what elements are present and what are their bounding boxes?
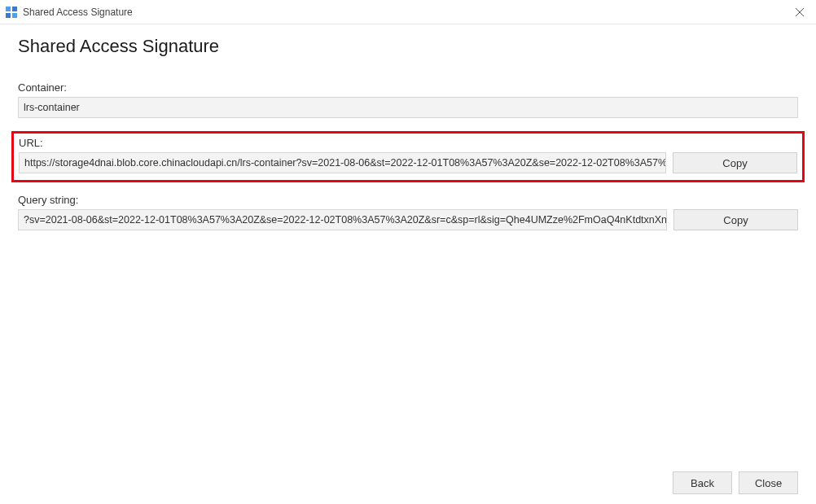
container-field-group: Container: lrs-container [18, 81, 798, 118]
close-icon [796, 8, 804, 16]
url-copy-button[interactable]: Copy [673, 152, 797, 173]
url-field-group: URL: https://storage4dnai.blob.core.chin… [19, 137, 797, 173]
back-button[interactable]: Back [673, 471, 732, 494]
query-label: Query string: [18, 194, 798, 206]
dialog-content: Shared Access Signature Container: lrs-c… [0, 24, 816, 230]
titlebar-text: Shared Access Signature [23, 7, 133, 18]
container-label: Container: [18, 81, 798, 94]
url-label: URL: [19, 137, 797, 149]
svg-rect-1 [12, 7, 17, 11]
query-field-group: Query string: ?sv=2021-08-06&st=2022-12-… [18, 194, 798, 230]
close-button[interactable]: Close [739, 471, 798, 494]
page-title: Shared Access Signature [18, 36, 798, 57]
svg-rect-3 [12, 13, 17, 18]
window-close-button[interactable] [783, 0, 816, 24]
svg-rect-2 [6, 13, 11, 18]
url-highlight-box: URL: https://storage4dnai.blob.core.chin… [11, 131, 805, 182]
titlebar: Shared Access Signature [0, 0, 816, 24]
query-copy-button[interactable]: Copy [673, 209, 798, 230]
dialog-footer: Back Close [673, 471, 798, 494]
query-value[interactable]: ?sv=2021-08-06&st=2022-12-01T08%3A57%3A2… [18, 209, 667, 230]
svg-rect-0 [6, 7, 11, 11]
app-icon [5, 6, 18, 19]
url-value[interactable]: https://storage4dnai.blob.core.chinaclou… [19, 152, 666, 173]
container-value[interactable]: lrs-container [18, 97, 798, 118]
